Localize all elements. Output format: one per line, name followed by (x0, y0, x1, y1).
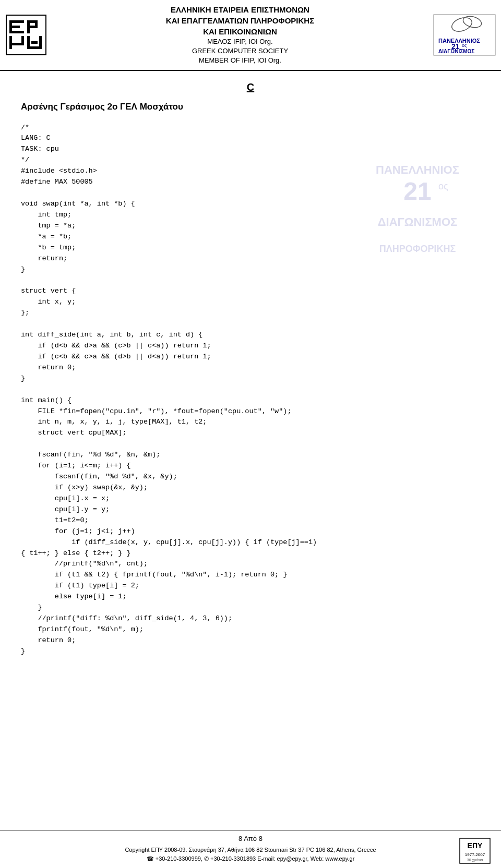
lang-title: C (21, 81, 480, 93)
org-line3: ΚΑΙ ΕΠΙΚΟΙΝΩΝΙΩΝ (203, 27, 277, 36)
author-line: Αρσένης Γεράσιμος 2ο ΓΕΛ Μοσχάτου (21, 102, 480, 112)
footer-contact: ☎ +30-210-3300999, ✆ +30-210-3301893 E-m… (10, 854, 491, 864)
org-line1: ΕΛΛΗΝΙΚΗ ΕΤΑΙΡΕΙΑ ΕΠΙΣΤΗΜΟΝΩΝ (171, 5, 309, 14)
org-line6: MEMBER OF IFIP, IOI Org. (199, 56, 281, 64)
svg-rect-15 (31, 41, 38, 44)
svg-rect-3 (9, 26, 20, 28)
page-wrapper: ΕΛΛΗΝΙΚΗ ΕΤΑΙΡΕΙΑ ΕΠΙΣΤΗΜΟΝΩΝ ΚΑΙ ΕΠΑΓΓΕ… (0, 0, 501, 868)
svg-text:ος: ος (462, 43, 467, 48)
competition-logo-right: ΠΑΝΕΛΛΗΝΙΟΣ 21 ος ΔΙΑΓΩΝΙΣΜΟΣ (433, 14, 496, 56)
footer-epy-logo: ΕΠΥ 1977-2007 30 χρόνια (459, 838, 491, 864)
footer-copyright-text: Copyright ΕΠΥ 2008-09. Στουρνάρη 37, Αθή… (10, 846, 491, 855)
code-block: /* LANG: C TASK: cpu */ #include <stdio.… (21, 123, 480, 657)
epy-logo-left (5, 14, 47, 56)
svg-text:ΔΙΑΓΩΝΙΣΜΟΣ: ΔΙΑΓΩΝΙΣΜΟΣ (438, 49, 474, 54)
org-line4: ΜΕΛΟΣ IFIP, IOI Org. (207, 38, 272, 45)
footer-copyright: Copyright ΕΠΥ 2008-09. Στουρνάρη 37, Αθή… (10, 846, 491, 864)
svg-rect-11 (21, 36, 24, 45)
header: ΕΛΛΗΝΙΚΗ ΕΤΑΙΡΕΙΑ ΕΠΙΣΤΗΜΟΝΩΝ ΚΑΙ ΕΠΑΓΓΕ… (0, 0, 501, 71)
page-number: 8 Από 8 (10, 835, 491, 842)
svg-point-17 (462, 14, 483, 29)
svg-rect-8 (27, 26, 38, 28)
svg-text:ΕΠΥ: ΕΠΥ (468, 841, 483, 850)
svg-text:30 χρόνια: 30 χρόνια (467, 858, 483, 862)
svg-text:1977-2007: 1977-2007 (465, 852, 485, 857)
svg-rect-4 (9, 31, 24, 33)
org-line2: ΚΑΙ ΕΠΑΓΓΕΛΜΑΤΙΩΝ ΠΛΗΡΟΦΟΡΙΚΗΣ (166, 16, 314, 25)
header-org-text: ΕΛΛΗΝΙΚΗ ΕΤΑΙΡΕΙΑ ΕΠΙΣΤΗΜΟΝΩΝ ΚΑΙ ΕΠΑΓΓΕ… (52, 4, 428, 66)
svg-rect-9 (9, 36, 12, 49)
svg-rect-14 (39, 36, 42, 49)
org-line5: GREEK COMPUTER SOCIETY (192, 47, 288, 55)
main-content: C Αρσένης Γεράσιμος 2ο ΓΕΛ Μοσχάτου ΠΑΝΕ… (0, 71, 501, 668)
svg-point-16 (450, 15, 474, 34)
code-container: ΠΑΝΕΛΛΗΝΙΟΣ 21 ος ΔΙΑΓΩΝΙΣΜΟΣ ΠΛΗΡΟΦΟΡΙΚ… (21, 123, 480, 657)
footer: 8 Από 8 Copyright ΕΠΥ 2008-09. Στουρνάρη… (0, 830, 501, 868)
